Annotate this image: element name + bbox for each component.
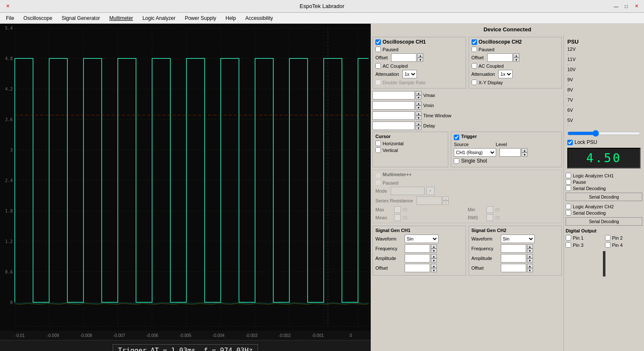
- multimeter-paused-checkbox[interactable]: [375, 180, 381, 185]
- cursor-vertical-checkbox[interactable]: [375, 147, 381, 153]
- ch1-paused-label: Paused: [383, 47, 398, 52]
- ch2-enabled-checkbox[interactable]: [472, 39, 477, 45]
- ch2-offset-up[interactable]: ▲: [514, 53, 519, 58]
- ch1-offset-down[interactable]: ▼: [417, 58, 423, 62]
- siggen-ch2-freq-down[interactable]: ▼: [527, 249, 533, 253]
- delay-down[interactable]: ▼: [416, 126, 422, 130]
- siggen-ch1-offset-up[interactable]: ▲: [431, 264, 437, 268]
- la-ch1-pause-checkbox[interactable]: [566, 179, 571, 185]
- maximize-button[interactable]: □: [622, 2, 630, 11]
- trigger-level-input[interactable]: 3.82: [500, 148, 521, 157]
- vmax-up[interactable]: ▲: [416, 91, 422, 95]
- ch2-xy-checkbox[interactable]: [472, 80, 477, 85]
- delay-up[interactable]: ▲: [416, 122, 422, 126]
- vmax-down[interactable]: ▼: [416, 95, 422, 99]
- ch2-paused-checkbox[interactable]: [472, 47, 477, 52]
- ch1-offset-input[interactable]: 0V: [391, 53, 416, 62]
- la-ch2-enabled-checkbox[interactable]: [566, 204, 571, 209]
- trigger-level-label: Level: [496, 142, 507, 147]
- siggen-ch2-amp-down[interactable]: ▼: [527, 258, 533, 263]
- siggen-ch1-amp-up[interactable]: ▲: [431, 254, 437, 258]
- psu-lock-checkbox[interactable]: [567, 140, 573, 145]
- vmin-input[interactable]: -500mV: [372, 101, 415, 110]
- trigger-source-select[interactable]: CH1 (Rising) CH1 (Falling) CH2 (Rising) …: [454, 148, 496, 157]
- psu-slider[interactable]: [567, 130, 641, 137]
- delay-input[interactable]: 0s: [372, 122, 415, 130]
- menu-accessibility[interactable]: Accessibility: [241, 14, 277, 22]
- multimeter-enabled-checkbox[interactable]: [375, 173, 381, 178]
- la-ch1-serial-decode-button[interactable]: Serial Decoding: [566, 193, 642, 201]
- do-pin1-checkbox[interactable]: [566, 235, 571, 240]
- cursor-horizontal-checkbox[interactable]: [375, 141, 381, 146]
- la-ch2-serial-checkbox[interactable]: [566, 210, 571, 216]
- trigger-level-up[interactable]: ▲: [522, 148, 527, 152]
- siggen-ch1-freq-up[interactable]: ▲: [431, 244, 437, 249]
- do-pin3-checkbox[interactable]: [566, 242, 571, 248]
- ch2-offset-down[interactable]: ▼: [514, 58, 519, 62]
- minimize-button[interactable]: —: [612, 2, 620, 11]
- la-ch2-serial-decode-button[interactable]: Serial Decoding: [566, 217, 642, 226]
- psu-dash-6: -: [567, 103, 641, 107]
- svg-text:4.2: 4.2: [5, 87, 13, 91]
- cursor-trigger-row: Cursor Horizontal Vertical: [372, 132, 562, 167]
- siggen-ch2-amp-input[interactable]: 0V: [501, 254, 526, 263]
- tw-up[interactable]: ▲: [416, 111, 422, 116]
- psu-dash-4: -: [567, 83, 641, 87]
- trigger-level-down[interactable]: ▼: [522, 152, 527, 157]
- close-button-right[interactable]: ✕: [632, 2, 641, 11]
- ch2-offset-input[interactable]: 0V: [487, 53, 513, 62]
- multimeter-series-input[interactable]: 00: [416, 196, 442, 205]
- do-pin4-checkbox[interactable]: [605, 242, 611, 248]
- multimeter-mode-down[interactable]: ▼: [426, 187, 435, 195]
- siggen-ch2-offset-input[interactable]: 0V: [501, 264, 526, 272]
- menu-power-supply[interactable]: Power Supply: [180, 14, 220, 22]
- siggen-ch1-amp-input[interactable]: 0V: [405, 254, 430, 263]
- menu-help[interactable]: Help: [221, 14, 240, 22]
- siggen-ch2-waveform-select[interactable]: SinSquareTriangleSawtooth: [501, 235, 535, 243]
- siggen-ch1-amp-down[interactable]: ▼: [431, 258, 437, 263]
- siggen-ch1-freq-down[interactable]: ▼: [431, 249, 437, 253]
- la-ch1-serial-checkbox[interactable]: [566, 185, 571, 191]
- la-ch1-enabled-checkbox[interactable]: [566, 173, 571, 178]
- ch1-ac-coupled-checkbox[interactable]: [375, 63, 381, 69]
- menu-file[interactable]: File: [2, 14, 18, 22]
- siggen-row: Signal Gen CH1 Waveform SinSquareTriangl…: [372, 226, 562, 276]
- ch2-attenuation-select[interactable]: 1x2x4x8x: [498, 70, 513, 78]
- siggen-ch2-offset-up[interactable]: ▲: [527, 264, 533, 268]
- trigger-single-shot-checkbox[interactable]: [454, 158, 459, 164]
- ch1-enabled-checkbox[interactable]: [375, 39, 381, 45]
- siggen-ch2-offset-down[interactable]: ▼: [527, 268, 533, 272]
- siggen-ch2-amp-spinners: ▲ ▼: [527, 254, 533, 263]
- siggen-ch1-offset-input[interactable]: 0V: [405, 264, 430, 272]
- far-right-panel: PSU 12V - 11V - 10V: [564, 35, 644, 351]
- menu-multimeter[interactable]: Multimeter: [105, 14, 137, 22]
- multimeter-series-down[interactable]: ▼: [443, 201, 449, 205]
- close-button[interactable]: ✕: [3, 2, 12, 11]
- ch1-offset-up[interactable]: ▲: [417, 53, 423, 58]
- ch1-paused-checkbox[interactable]: [375, 47, 381, 52]
- vmax-input[interactable]: 5.5V: [372, 91, 415, 99]
- vmin-box: -500mV ▲ ▼ Vmin: [372, 101, 562, 110]
- siggen-ch1-waveform-select[interactable]: SinSquareTriangleSawtooth: [405, 235, 439, 243]
- ch2-ac-coupled-checkbox[interactable]: [472, 63, 477, 69]
- siggen-ch1-freq-input[interactable]: 1kHz: [405, 244, 430, 253]
- vmin-up[interactable]: ▲: [416, 101, 422, 105]
- ch1-attenuation-select[interactable]: 1x2x4x8x: [402, 70, 417, 78]
- siggen-ch2-amp-up[interactable]: ▲: [527, 254, 533, 258]
- siggen-ch1-offset-down[interactable]: ▼: [431, 268, 437, 272]
- multimeter-mode-input[interactable]: V: [391, 187, 425, 195]
- menu-signal-generator[interactable]: Signal Generator: [57, 14, 104, 22]
- tw-down[interactable]: ▼: [416, 116, 422, 120]
- siggen-ch2-freq-up[interactable]: ▲: [527, 244, 533, 249]
- time-window-input[interactable]: 10ms: [372, 111, 415, 120]
- siggen-ch1-title: Signal Gen CH1: [375, 228, 463, 233]
- siggen-ch2-freq-input[interactable]: 1kHz: [501, 244, 526, 253]
- ch1-double-sample-checkbox[interactable]: [375, 80, 381, 85]
- trigger-enabled-checkbox[interactable]: [454, 135, 459, 140]
- do-pin2-checkbox[interactable]: [605, 235, 611, 240]
- svg-rect-42: [496, 217, 499, 219]
- menu-oscilloscope[interactable]: Oscilloscope: [19, 14, 56, 22]
- menu-logic-analyzer[interactable]: Logic Analyzer: [138, 14, 180, 22]
- multimeter-series-up[interactable]: ▲: [443, 196, 449, 201]
- vmin-down[interactable]: ▼: [416, 105, 422, 110]
